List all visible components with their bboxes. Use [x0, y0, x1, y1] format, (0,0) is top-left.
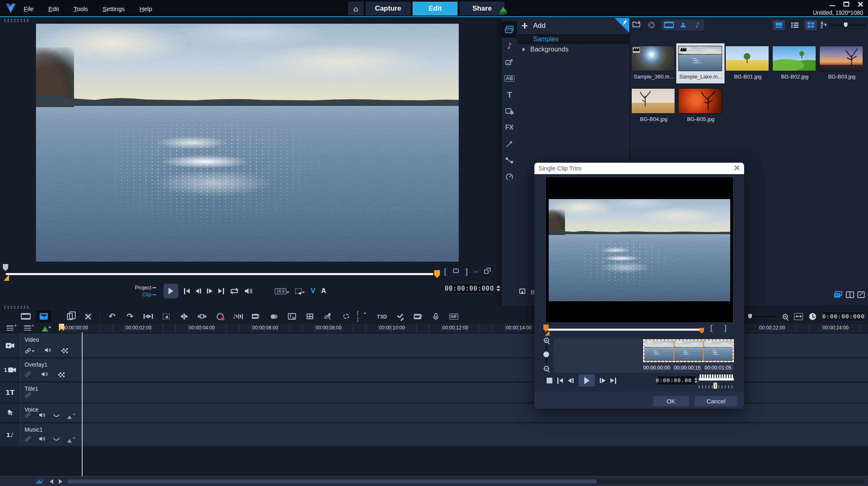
- audio-library-tab[interactable]: ♪: [502, 38, 517, 54]
- mark-out-button[interactable]: ]: [465, 267, 468, 276]
- zoom-in-icon[interactable]: +: [783, 314, 788, 319]
- link-toggle[interactable]: [25, 371, 31, 378]
- go-to-end-button[interactable]: [610, 378, 616, 384]
- panel-drag-handle[interactable]: [3, 306, 29, 309]
- duration-clock-icon[interactable]: [809, 313, 816, 320]
- trim-start-handle[interactable]: [4, 275, 9, 281]
- media-item-samplelake[interactable]: Sample_Lake.m...: [678, 46, 723, 80]
- view-list-button[interactable]: [789, 20, 801, 30]
- speed-effect-button[interactable]: [320, 310, 336, 323]
- enlarge-preview-icon[interactable]: [484, 268, 491, 276]
- trim-loop-icon[interactable]: [452, 268, 460, 276]
- panel-drag-handle[interactable]: [3, 19, 29, 22]
- tools-button[interactable]: [80, 310, 96, 323]
- track-title1-lane[interactable]: [83, 383, 868, 402]
- ripple-edit-icon[interactable]: [42, 325, 52, 331]
- add-folder-row[interactable]: Add: [517, 18, 630, 34]
- dialog-zoom-slider[interactable]: [543, 345, 549, 364]
- filter-photos-icon[interactable]: [676, 20, 690, 31]
- trim-clip-button[interactable]: [194, 310, 210, 323]
- redo-button[interactable]: ↷: [122, 310, 138, 323]
- home-button[interactable]: ⌂: [348, 2, 363, 16]
- timeline-timecode[interactable]: 0:00:00:000: [822, 311, 865, 321]
- track-manager-icon[interactable]: [7, 325, 13, 331]
- graphics-tab[interactable]: [502, 103, 517, 119]
- dialog-seek-bar[interactable]: [548, 329, 701, 331]
- audio-toggle[interactable]: A: [321, 287, 326, 295]
- instant-project-tab[interactable]: [502, 54, 517, 70]
- timecode-spinner[interactable]: [694, 378, 698, 383]
- link-toggle[interactable]: [25, 348, 35, 354]
- preview-playhead[interactable]: [3, 264, 8, 271]
- timecode-spinner[interactable]: [496, 285, 500, 291]
- fade-icon[interactable]: [67, 437, 76, 443]
- go-to-start-button[interactable]: [184, 288, 190, 294]
- play-button[interactable]: [579, 374, 595, 387]
- menu-tools[interactable]: Tools: [74, 5, 88, 12]
- view-grid-button[interactable]: [805, 20, 817, 30]
- tab-share[interactable]: Share: [460, 2, 505, 16]
- dialog-titlebar[interactable]: Single Clip Trim: [534, 163, 744, 174]
- gif-creator-button[interactable]: GIF: [446, 310, 462, 323]
- scroll-right-button[interactable]: [59, 479, 62, 484]
- horizontal-scrollbar-thumb[interactable]: [67, 479, 597, 484]
- dialog-mark-in-button[interactable]: [: [710, 324, 713, 332]
- scroll-left-button[interactable]: [50, 479, 53, 484]
- filters-tab[interactable]: FX: [502, 119, 517, 136]
- thumbnail-size-slider[interactable]: [830, 22, 866, 28]
- menu-edit[interactable]: Edit: [48, 5, 59, 12]
- fit-timeline-icon[interactable]: [794, 313, 803, 320]
- media-item-bgb03[interactable]: BG-B03.jpg: [819, 46, 864, 80]
- menu-file[interactable]: File: [24, 5, 34, 12]
- dialog-playhead[interactable]: [543, 325, 549, 332]
- trim-end-handle[interactable]: [434, 270, 440, 278]
- preview-timecode[interactable]: 00:00:00:000: [452, 283, 493, 293]
- mark-in-button[interactable]: [: [444, 267, 446, 276]
- media-library-tab[interactable]: [502, 21, 517, 38]
- video-toggle[interactable]: V: [311, 287, 315, 295]
- mode-project[interactable]: Project: [135, 284, 156, 291]
- fade-icon[interactable]: [67, 413, 76, 419]
- media-item-bgb05[interactable]: BG-B05.jpg: [678, 88, 723, 122]
- media-item-sample360[interactable]: Sample_360.m...: [631, 46, 676, 80]
- link-toggle[interactable]: [25, 412, 31, 419]
- mute-toggle[interactable]: [39, 412, 46, 419]
- ducking-icon[interactable]: [53, 436, 60, 443]
- go-to-end-button[interactable]: [218, 288, 224, 294]
- split-screen-template-button[interactable]: [302, 310, 318, 323]
- media-item-bgb02[interactable]: BG-B02.jpg: [772, 46, 817, 80]
- title-track-icon[interactable]: 1T: [0, 383, 20, 402]
- category-backgrounds[interactable]: Backgrounds: [517, 44, 630, 54]
- menu-help[interactable]: Help: [139, 5, 152, 12]
- view-thumbnail-button[interactable]: [773, 20, 785, 30]
- split-clip-button[interactable]: [176, 310, 192, 323]
- dialog-mark-out-button[interactable]: ]: [724, 324, 727, 332]
- maximize-button[interactable]: [843, 2, 849, 7]
- link-toggle[interactable]: [25, 436, 31, 443]
- tab-capture[interactable]: Capture: [366, 2, 410, 16]
- add-chapter-icon[interactable]: [35, 478, 45, 485]
- capture-aperture-icon[interactable]: [648, 22, 655, 29]
- mute-toggle[interactable]: [41, 371, 48, 378]
- titles-tab[interactable]: T: [502, 87, 517, 103]
- minimize-button[interactable]: [830, 2, 835, 6]
- mute-toggle[interactable]: [39, 436, 46, 443]
- mode-clip[interactable]: Clip: [135, 291, 156, 298]
- filter-audio-icon[interactable]: ♪: [690, 20, 704, 31]
- play-button[interactable]: [164, 284, 178, 298]
- split-clip-scissors-icon[interactable]: ✂: [473, 268, 479, 276]
- track-video-lane[interactable]: [83, 334, 868, 357]
- shuttle-slider[interactable]: [699, 383, 734, 388]
- link-toggle[interactable]: [25, 392, 31, 399]
- mask-creator-button[interactable]: [338, 310, 354, 323]
- timeline-view-button[interactable]: [36, 310, 52, 323]
- music-track-icon[interactable]: 1♪: [0, 423, 20, 446]
- speed-tab[interactable]: [502, 168, 517, 185]
- range-selection-button[interactable]: [158, 310, 174, 323]
- title-3d-button[interactable]: T3D: [374, 310, 390, 323]
- magic-wand-tab[interactable]: [502, 136, 517, 152]
- transitions-tab[interactable]: AB: [502, 70, 517, 87]
- undo-button[interactable]: ↶: [104, 310, 120, 323]
- next-frame-button[interactable]: [207, 289, 213, 293]
- auto-music-button[interactable]: ♪: [248, 310, 264, 323]
